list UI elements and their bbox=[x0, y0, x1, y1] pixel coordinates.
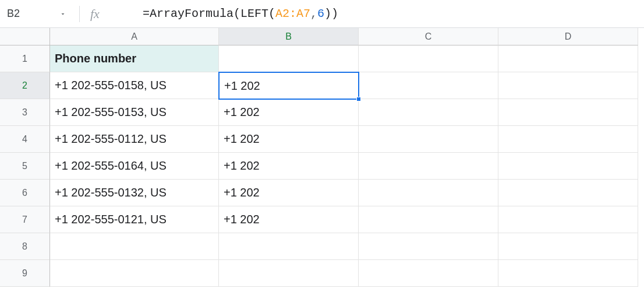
row-header-3[interactable]: 3 bbox=[0, 99, 50, 126]
cell-d9[interactable] bbox=[498, 260, 638, 287]
cell-value: +1 202-555-0153, US bbox=[55, 106, 167, 119]
col-label: D bbox=[565, 31, 572, 42]
formula-part-num: 6 bbox=[317, 7, 324, 20]
cell-value: +1 202 bbox=[224, 106, 260, 119]
cell-value: +1 202-555-0158, US bbox=[55, 79, 167, 92]
col-header-a[interactable]: A bbox=[50, 28, 219, 45]
cell-value: +1 202-555-0121, US bbox=[55, 213, 167, 226]
formula-part-open1: ( bbox=[233, 7, 240, 20]
cell-b5[interactable]: +1 202 bbox=[219, 153, 359, 180]
cell-c1[interactable] bbox=[359, 45, 498, 72]
cell-d6[interactable] bbox=[498, 180, 638, 206]
row-label: 1 bbox=[22, 54, 27, 64]
formula-part-fn1: ArrayFormula bbox=[150, 7, 233, 20]
cell-d5[interactable] bbox=[498, 153, 638, 180]
cell-a1[interactable]: Phone number bbox=[50, 45, 219, 72]
row-label: 8 bbox=[22, 241, 27, 252]
formula-part-eq: = bbox=[143, 7, 150, 20]
col-label: B bbox=[285, 31, 292, 42]
cell-b4[interactable]: +1 202 bbox=[219, 126, 359, 153]
row-header-4[interactable]: 4 bbox=[0, 126, 50, 153]
row-label: 7 bbox=[22, 215, 27, 225]
cell-c3[interactable] bbox=[359, 99, 498, 126]
cell-c2[interactable] bbox=[359, 72, 498, 99]
formula-part-open2: ( bbox=[268, 7, 275, 20]
row-label: 3 bbox=[22, 107, 27, 118]
row-header-7[interactable]: 7 bbox=[0, 206, 50, 233]
cell-value: Phone number bbox=[55, 52, 136, 65]
spreadsheet-grid: A B C D 1 Phone number 2 +1 202-555-0158… bbox=[0, 28, 644, 287]
cell-b9[interactable] bbox=[219, 260, 359, 287]
cell-a7[interactable]: +1 202-555-0121, US bbox=[50, 206, 219, 233]
cell-b6[interactable]: +1 202 bbox=[219, 180, 359, 206]
row-header-6[interactable]: 6 bbox=[0, 180, 50, 206]
row-label: 4 bbox=[22, 134, 27, 145]
formula-bar: B2 fx =ArrayFormula(LEFT(A2:A7,6)) bbox=[0, 0, 644, 28]
row-header-5[interactable]: 5 bbox=[0, 153, 50, 180]
cell-c8[interactable] bbox=[359, 233, 498, 260]
cell-a3[interactable]: +1 202-555-0153, US bbox=[50, 99, 219, 126]
cell-value: +1 202 bbox=[224, 159, 260, 173]
cell-a2[interactable]: +1 202-555-0158, US bbox=[50, 72, 219, 99]
cell-c7[interactable] bbox=[359, 206, 498, 233]
cell-d3[interactable] bbox=[498, 99, 638, 126]
cell-c4[interactable] bbox=[359, 126, 498, 153]
cell-value: +1 202-555-0132, US bbox=[55, 186, 167, 199]
cell-a4[interactable]: +1 202-555-0112, US bbox=[50, 126, 219, 153]
cell-c6[interactable] bbox=[359, 180, 498, 206]
fx-icon: fx bbox=[90, 6, 100, 22]
name-box-dropdown[interactable] bbox=[52, 10, 73, 17]
cell-a9[interactable] bbox=[50, 260, 219, 287]
row-header-2[interactable]: 2 bbox=[0, 72, 50, 99]
row-label: 9 bbox=[22, 268, 27, 279]
select-all-corner[interactable] bbox=[0, 28, 50, 45]
cell-a8[interactable] bbox=[50, 233, 219, 260]
name-box[interactable]: B2 bbox=[0, 0, 52, 27]
col-header-b[interactable]: B bbox=[219, 28, 359, 45]
formula-part-range: A2:A7 bbox=[275, 7, 310, 20]
cell-value: +1 202-555-0164, US bbox=[55, 159, 167, 173]
cell-value: +1 202 bbox=[224, 213, 260, 226]
selection-handle[interactable] bbox=[356, 97, 361, 101]
formula-part-sep: , bbox=[310, 7, 317, 20]
cell-d1[interactable] bbox=[498, 45, 638, 72]
row-label: 2 bbox=[22, 80, 27, 91]
row-label: 5 bbox=[22, 161, 27, 171]
cell-value: +1 202 bbox=[224, 79, 260, 93]
row-label: 6 bbox=[22, 188, 27, 198]
cell-b7[interactable]: +1 202 bbox=[219, 206, 359, 233]
col-label: A bbox=[131, 31, 137, 42]
cell-value: +1 202 bbox=[224, 186, 260, 199]
cell-c5[interactable] bbox=[359, 153, 498, 180]
name-box-value: B2 bbox=[7, 8, 20, 20]
formula-part-close1: ) bbox=[331, 7, 338, 20]
col-header-c[interactable]: C bbox=[359, 28, 498, 45]
cell-value: +1 202 bbox=[224, 132, 260, 146]
cell-b1[interactable] bbox=[219, 45, 359, 72]
cell-b8[interactable] bbox=[219, 233, 359, 260]
row-header-8[interactable]: 8 bbox=[0, 233, 50, 260]
cell-d4[interactable] bbox=[498, 126, 638, 153]
col-header-d[interactable]: D bbox=[498, 28, 638, 45]
cell-d8[interactable] bbox=[498, 233, 638, 260]
col-label: C bbox=[425, 31, 432, 42]
cell-b3[interactable]: +1 202 bbox=[219, 99, 359, 126]
row-header-1[interactable]: 1 bbox=[0, 45, 50, 72]
formula-part-close2: ) bbox=[324, 7, 331, 20]
cell-d2[interactable] bbox=[498, 72, 638, 99]
cell-b2[interactable]: +1 202 bbox=[218, 72, 359, 100]
cell-d7[interactable] bbox=[498, 206, 638, 233]
cell-a6[interactable]: +1 202-555-0132, US bbox=[50, 180, 219, 206]
cell-value: +1 202-555-0112, US bbox=[55, 132, 167, 146]
cell-a5[interactable]: +1 202-555-0164, US bbox=[50, 153, 219, 180]
cell-c9[interactable] bbox=[359, 260, 498, 287]
separator bbox=[79, 6, 80, 22]
row-header-9[interactable]: 9 bbox=[0, 260, 50, 287]
chevron-down-icon bbox=[59, 10, 66, 17]
formula-part-fn2: LEFT bbox=[240, 7, 268, 20]
